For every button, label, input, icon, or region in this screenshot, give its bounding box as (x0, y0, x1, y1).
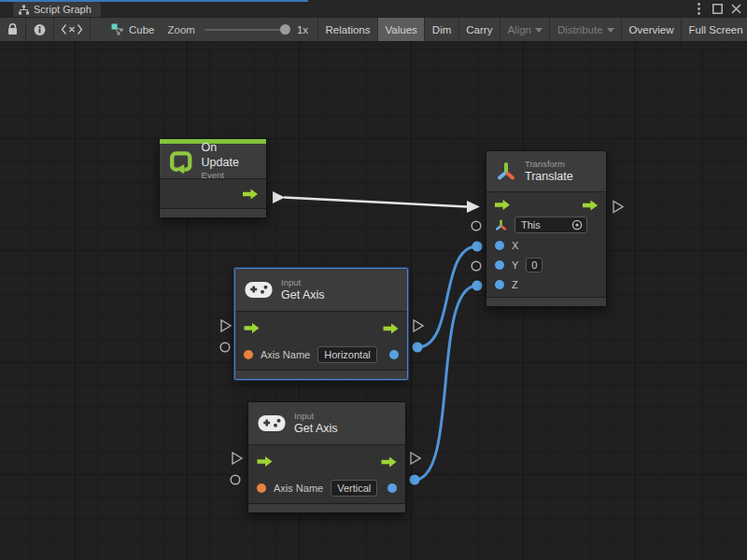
kebab-menu-icon[interactable] (691, 1, 706, 16)
self-object-field[interactable]: This (514, 217, 587, 233)
node-group-label: Input (281, 277, 325, 288)
node-group-label: Transform (525, 159, 573, 170)
lock-button[interactable] (0, 18, 26, 41)
value-input-port-x[interactable] (495, 241, 504, 250)
axis-name-field[interactable]: Horizontal (317, 346, 377, 363)
transform-icon (496, 161, 516, 182)
zoom-slider-handle[interactable] (280, 24, 290, 35)
node-title: On Update (202, 141, 257, 170)
flow-input-port[interactable] (257, 456, 273, 467)
chevron-down-icon (607, 28, 614, 33)
values-button[interactable]: Values (378, 18, 425, 41)
dim-button[interactable]: Dim (425, 18, 458, 41)
zoom-control: Zoom 1x (168, 18, 318, 41)
code-view-button[interactable] (54, 18, 91, 41)
unconnected-flow-triangle-axish-in[interactable] (221, 320, 231, 331)
window-controls (691, 0, 743, 17)
string-input-port[interactable] (244, 350, 253, 359)
node-footer (248, 503, 405, 512)
unconnected-flow-triangle-translate-out[interactable] (613, 202, 623, 213)
flow-output-port[interactable] (243, 189, 258, 199)
port-label-y: Y (512, 259, 518, 271)
flow-wire-end-arrow (467, 201, 480, 213)
graph-asset-label: Cube (129, 24, 155, 35)
unconnected-flow-triangle-axisv-out[interactable] (411, 453, 420, 464)
port-label-x: X (512, 240, 518, 251)
value-wire-horizontal-x[interactable] (417, 246, 477, 347)
value-input-port-y[interactable] (495, 260, 504, 270)
carry-button[interactable]: Carry (459, 18, 500, 41)
distribute-button[interactable]: Distribute (550, 18, 622, 41)
relations-button[interactable]: Relations (318, 18, 378, 41)
node-footer (486, 297, 606, 306)
script-graph-window: Script Graph (0, 0, 747, 560)
port-label-axis-name: Axis Name (274, 483, 323, 494)
node-footer (160, 208, 266, 217)
y-value-field[interactable]: 0 (526, 258, 543, 273)
lock-icon (7, 23, 18, 35)
zoom-slider[interactable] (204, 29, 290, 31)
flow-output-port[interactable] (583, 200, 598, 210)
gamepad-icon (245, 281, 273, 299)
unconnected-flow-triangle-axisv-in[interactable] (233, 453, 242, 464)
flow-wire-onupdate-translate[interactable] (284, 198, 467, 207)
tab-title: Script Graph (34, 4, 92, 15)
flow-output-port[interactable] (381, 456, 397, 467)
script-graph-icon (19, 5, 29, 15)
value-output-port[interactable] (388, 483, 397, 493)
chevron-down-icon (535, 28, 543, 33)
graph-asset-picker[interactable]: Cube (91, 18, 168, 41)
target-picker-icon[interactable] (571, 219, 583, 231)
node-group-label: Input (294, 411, 338, 422)
align-button[interactable]: Align (500, 18, 551, 41)
transform-mini-icon (495, 219, 507, 231)
port-label-axis-name: Axis Name (261, 349, 310, 360)
value-wire-vertical-z[interactable] (415, 286, 477, 480)
close-icon[interactable] (728, 1, 743, 16)
flow-input-port[interactable] (495, 200, 510, 210)
unconnected-port-circle-y[interactable] (472, 261, 481, 271)
fullscreen-button[interactable]: Full Screen (682, 18, 747, 41)
toolbar-toggle-group: Relations Values Dim Carry Align Distrib… (317, 18, 747, 41)
node-get-axis-horizontal[interactable]: Input Get Axis Axis Name Horizontal (234, 268, 408, 380)
tab-script-graph[interactable]: Script Graph (13, 2, 101, 17)
node-on-update[interactable]: On Update Event (159, 138, 267, 218)
port-label-z: Z (512, 279, 518, 290)
flow-output-port[interactable] (383, 323, 399, 333)
unconnected-port-circle-axisname-v[interactable] (231, 475, 240, 484)
node-footer (235, 370, 407, 379)
zoom-label: Zoom (168, 24, 198, 35)
string-input-port[interactable] (257, 483, 266, 493)
unconnected-port-circle-this[interactable] (472, 221, 481, 231)
angle-brackets-x-icon (62, 24, 82, 35)
node-translate[interactable]: Transform Translate (486, 150, 607, 307)
info-icon (34, 23, 46, 36)
tab-strip: Script Graph (0, 0, 747, 17)
unconnected-flow-triangle-axish-out[interactable] (414, 320, 423, 331)
value-input-port-z[interactable] (495, 280, 504, 289)
overview-button[interactable]: Overview (622, 18, 682, 41)
graph-canvas[interactable]: On Update Event (0, 42, 747, 560)
zoom-value: 1x (297, 24, 308, 35)
node-title: Translate (525, 170, 573, 185)
flow-input-port[interactable] (244, 323, 260, 333)
node-get-axis-vertical[interactable]: Input Get Axis Axis Name Vertical (247, 401, 406, 513)
gamepad-icon (258, 414, 286, 432)
flow-wire-start-arrow (273, 191, 285, 203)
node-title: Get Axis (294, 422, 338, 437)
axis-name-field[interactable]: Vertical (331, 480, 377, 497)
value-output-port[interactable] (389, 350, 399, 359)
update-loop-icon (169, 149, 193, 174)
node-title: Get Axis (281, 288, 325, 303)
unconnected-port-circle-axisname-h[interactable] (220, 343, 230, 352)
info-button[interactable] (26, 18, 54, 41)
maximize-icon[interactable] (710, 1, 725, 16)
graph-asset-icon (111, 23, 123, 35)
graph-toolbar: Cube Zoom 1x Relations Values Dim Carry … (0, 17, 747, 42)
self-object-value: This (521, 218, 541, 231)
